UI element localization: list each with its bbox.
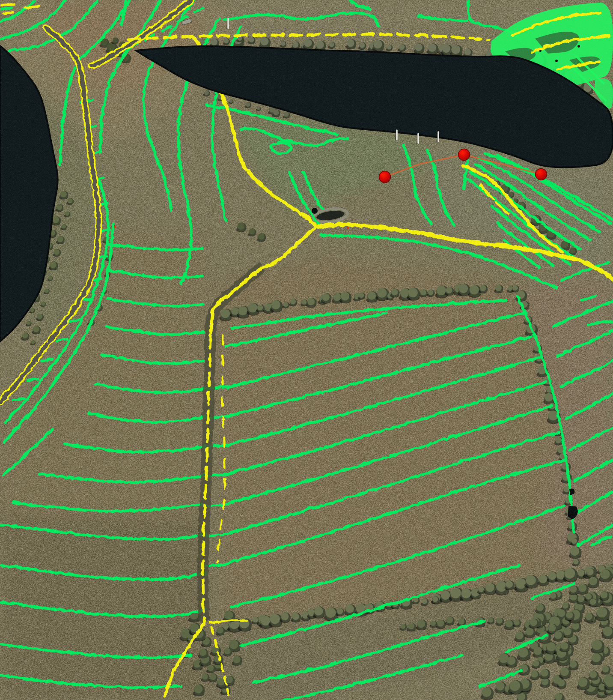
- map-viewport[interactable]: [0, 0, 613, 700]
- speckle-overlay: [0, 0, 613, 700]
- terrain-3d-view[interactable]: [0, 0, 613, 700]
